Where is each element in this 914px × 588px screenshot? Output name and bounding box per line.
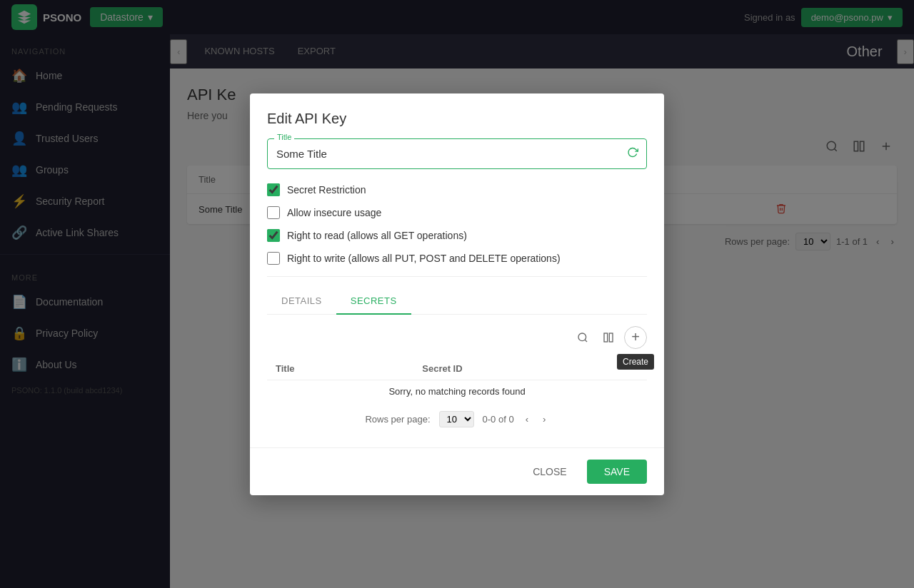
right-to-write-checkbox[interactable] bbox=[267, 252, 280, 265]
save-button[interactable]: SAVE bbox=[587, 460, 647, 484]
svg-point-5 bbox=[578, 333, 586, 341]
allow-insecure-label[interactable]: Allow insecure usage bbox=[287, 207, 381, 218]
secrets-table: Title Secret ID Sorry, no matching recor… bbox=[267, 358, 647, 402]
svg-rect-7 bbox=[609, 333, 613, 342]
create-button-container: + Create bbox=[624, 326, 647, 349]
dialog-body: Title Secret Restriction Allow insecure … bbox=[250, 138, 664, 447]
refresh-icon bbox=[627, 147, 638, 161]
right-to-read-checkbox[interactable] bbox=[267, 229, 280, 242]
secret-restriction-label[interactable]: Secret Restriction bbox=[287, 184, 366, 196]
inner-toolbar: + Create bbox=[267, 326, 647, 349]
secret-restriction-checkbox[interactable] bbox=[267, 183, 280, 196]
modal-overlay: Edit API Key Title Secret Restriction Al… bbox=[0, 0, 914, 588]
dialog-tabs: DETAILS SECRETS bbox=[267, 288, 647, 315]
close-button[interactable]: CLOSE bbox=[521, 460, 578, 483]
checkbox-right-write: Right to write (allows all PUT, POST and… bbox=[267, 252, 647, 265]
inner-columns-button[interactable] bbox=[598, 328, 618, 348]
create-tooltip: Create bbox=[617, 354, 654, 370]
inner-col-title: Title bbox=[267, 358, 413, 380]
dialog-divider bbox=[267, 276, 647, 277]
plus-icon: + bbox=[631, 329, 640, 345]
dialog-actions: CLOSE SAVE bbox=[250, 447, 664, 495]
secrets-tab-content: + Create Title Secret ID Sorr bbox=[267, 326, 647, 436]
tab-details[interactable]: DETAILS bbox=[267, 288, 336, 315]
inner-col-secret-id: Secret ID bbox=[413, 358, 647, 380]
right-to-write-label[interactable]: Right to write (allows all PUT, POST and… bbox=[287, 253, 561, 264]
dialog-title: Edit API Key bbox=[250, 93, 664, 138]
tab-secrets[interactable]: SECRETS bbox=[336, 288, 411, 315]
title-field-label: Title bbox=[274, 133, 294, 141]
inner-pagination: Rows per page: 10 25 0-0 of 0 ‹ › bbox=[267, 402, 647, 436]
inner-next-page-button[interactable]: › bbox=[540, 411, 548, 427]
title-input[interactable] bbox=[267, 138, 647, 169]
rows-per-page-label: Rows per page: bbox=[365, 414, 430, 425]
no-records-row: Sorry, no matching records found bbox=[267, 380, 647, 402]
create-secret-button[interactable]: + Create bbox=[624, 326, 647, 349]
inner-search-button[interactable] bbox=[573, 328, 593, 348]
edit-api-key-dialog: Edit API Key Title Secret Restriction Al… bbox=[250, 93, 664, 495]
no-records-message: Sorry, no matching records found bbox=[267, 380, 647, 402]
checkbox-allow-insecure: Allow insecure usage bbox=[267, 206, 647, 219]
checkbox-right-read: Right to read (allows all GET operations… bbox=[267, 229, 647, 242]
allow-insecure-checkbox[interactable] bbox=[267, 206, 280, 219]
title-field-group: Title bbox=[267, 138, 647, 169]
inner-per-page-select[interactable]: 10 25 bbox=[439, 411, 474, 427]
inner-prev-page-button[interactable]: ‹ bbox=[523, 411, 531, 427]
right-to-read-label[interactable]: Right to read (allows all GET operations… bbox=[287, 230, 467, 241]
checkbox-secret-restriction: Secret Restriction bbox=[267, 183, 647, 196]
svg-rect-6 bbox=[604, 333, 608, 342]
inner-pagination-info: 0-0 of 0 bbox=[483, 414, 514, 425]
